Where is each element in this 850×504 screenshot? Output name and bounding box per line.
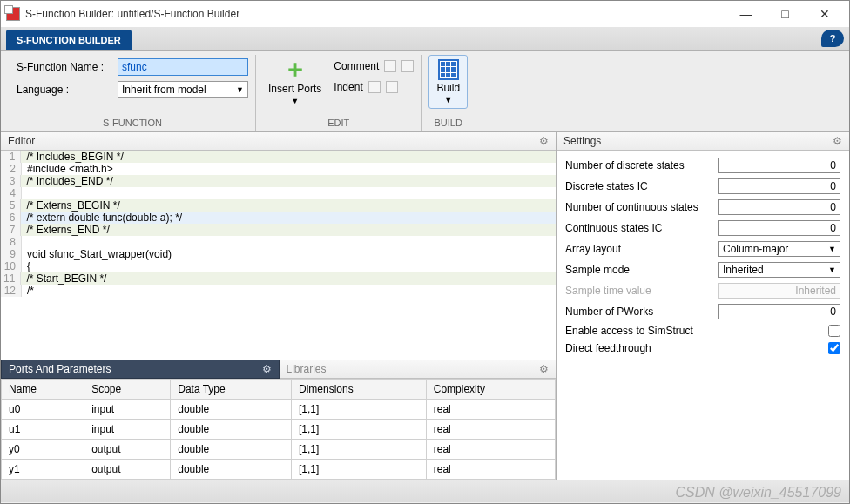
sfunc-name-label: S-Function Name :	[17, 61, 112, 73]
code-line[interactable]: 10{	[1, 260, 556, 272]
build-button[interactable]: Build ▼	[428, 55, 468, 109]
ribbon: S-Function Name : Language : Inherit fro…	[1, 51, 849, 132]
table-header[interactable]: Complexity	[426, 380, 555, 400]
code-line[interactable]: 7/* Externs_END */	[1, 224, 556, 236]
table-header[interactable]: Data Type	[171, 380, 292, 400]
indent-button[interactable]: Indent	[334, 79, 414, 95]
language-label: Language :	[17, 84, 112, 96]
table-row[interactable]: y1outputdouble[1,1]real	[2, 460, 556, 480]
chevron-down-icon: ▼	[444, 96, 452, 104]
table-header[interactable]: Name	[2, 380, 84, 400]
language-dropdown[interactable]: Inherit from model ▼	[118, 81, 248, 98]
code-line[interactable]: 5/* Externs_BEGIN */	[1, 199, 556, 212]
gear-icon[interactable]: ⚙	[262, 363, 272, 375]
titlebar: S-Function Builder: untitled/S-Function …	[1, 1, 849, 27]
sample-time-label: Sample time value	[565, 285, 713, 297]
minimize-button[interactable]: —	[726, 1, 766, 27]
table-header[interactable]: Dimensions	[292, 380, 427, 400]
array-layout-dropdown[interactable]: Column-major▼	[718, 241, 840, 257]
outdent-icon	[386, 81, 398, 93]
plus-icon: ＋	[283, 57, 307, 81]
statusbar	[1, 480, 849, 502]
code-editor[interactable]: 1/* Includes_BEGIN */2#include <math.h>3…	[1, 151, 556, 360]
ribbon-group-edit: EDIT	[263, 116, 414, 131]
window-title: S-Function Builder: untitled/S-Function …	[25, 8, 726, 20]
app-icon	[6, 7, 20, 21]
simstruct-label: Enable access to SimStruct	[565, 325, 823, 337]
cont-ic-input[interactable]	[718, 220, 840, 236]
discrete-ic-input[interactable]	[718, 178, 840, 194]
comment-icon	[384, 60, 396, 72]
sample-mode-dropdown[interactable]: Inherited▼	[718, 262, 840, 278]
code-line[interactable]: 12/*	[1, 285, 556, 297]
num-discrete-input[interactable]	[718, 158, 840, 173]
code-line[interactable]: 4	[1, 187, 556, 199]
table-row[interactable]: u1inputdouble[1,1]real	[2, 420, 556, 440]
insert-ports-button[interactable]: ＋ Insert Ports ▼	[263, 55, 327, 107]
discrete-ic-label: Discrete states IC	[565, 180, 713, 192]
help-icon[interactable]: ?	[821, 30, 844, 47]
code-line[interactable]: 2#include <math.h>	[1, 163, 556, 175]
table-header[interactable]: Scope	[84, 380, 171, 400]
code-line[interactable]: 1/* Includes_BEGIN */	[1, 151, 556, 163]
close-button[interactable]: ✕	[805, 1, 844, 27]
maximize-button[interactable]: □	[766, 1, 805, 27]
code-line[interactable]: 3/* Includes_END */	[1, 175, 556, 187]
gear-icon[interactable]: ⚙	[833, 135, 842, 147]
chevron-down-icon: ▼	[291, 97, 299, 105]
cont-ic-label: Continuous states IC	[565, 222, 713, 234]
feedthrough-checkbox[interactable]	[828, 342, 840, 354]
chevron-down-icon: ▼	[236, 85, 244, 94]
sample-time-input	[718, 283, 840, 299]
code-line[interactable]: 9void sfunc_Start_wrapper(void)	[1, 248, 556, 260]
ports-panel-header[interactable]: Ports And Parameters ⚙	[1, 360, 280, 379]
array-layout-label: Array layout	[565, 243, 713, 255]
pworks-label: Number of PWorks	[565, 306, 713, 318]
num-cont-label: Number of continuous states	[565, 201, 713, 213]
ribbon-group-build: BUILD	[428, 116, 468, 131]
code-line[interactable]: 8	[1, 236, 556, 248]
comment-button[interactable]: Comment	[334, 58, 414, 74]
gear-icon[interactable]: ⚙	[539, 363, 549, 375]
build-icon	[438, 59, 459, 80]
app-tab[interactable]: S-FUNCTION BUILDER	[6, 30, 132, 50]
libraries-panel-header[interactable]: Libraries ⚙	[280, 360, 557, 379]
ribbon-group-sfunction: S-FUNCTION	[17, 116, 248, 131]
gear-icon[interactable]: ⚙	[539, 135, 549, 147]
settings-panel-header: Settings ⚙	[557, 132, 849, 151]
tabstrip: S-FUNCTION BUILDER ?	[1, 27, 849, 51]
sfunc-name-input[interactable]	[118, 58, 248, 76]
code-line[interactable]: 11/* Start_BEGIN */	[1, 272, 556, 285]
table-row[interactable]: y0outputdouble[1,1]real	[2, 440, 556, 460]
uncomment-icon	[401, 60, 414, 72]
num-discrete-label: Number of discrete states	[565, 159, 713, 171]
ports-table[interactable]: NameScopeData TypeDimensionsComplexity u…	[1, 379, 556, 480]
feedthrough-label: Direct feedthrough	[565, 342, 823, 354]
sample-mode-label: Sample mode	[565, 264, 713, 276]
table-row[interactable]: u0inputdouble[1,1]real	[2, 400, 556, 420]
indent-icon	[368, 81, 381, 93]
simstruct-checkbox[interactable]	[828, 325, 840, 337]
language-value: Inherit from model	[122, 84, 206, 96]
pworks-input[interactable]	[718, 304, 840, 319]
editor-panel-header: Editor ⚙	[1, 132, 556, 151]
num-cont-input[interactable]	[718, 199, 840, 215]
code-line[interactable]: 6/* extern double func(double a); */	[1, 212, 556, 224]
